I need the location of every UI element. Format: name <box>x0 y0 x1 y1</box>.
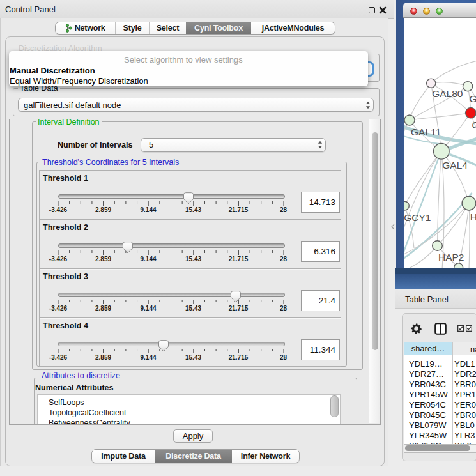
svg-text:GAL11: GAL11 <box>411 127 441 137</box>
svg-text:H: H <box>470 211 476 222</box>
svg-text:GAL80: GAL80 <box>432 88 463 99</box>
svg-text:GA: GA <box>470 93 476 104</box>
svg-text:C: C <box>472 119 476 130</box>
svg-text:GCY1: GCY1 <box>404 212 431 223</box>
svg-text:HAP2: HAP2 <box>438 252 464 263</box>
svg-text:GAL4: GAL4 <box>442 160 468 171</box>
